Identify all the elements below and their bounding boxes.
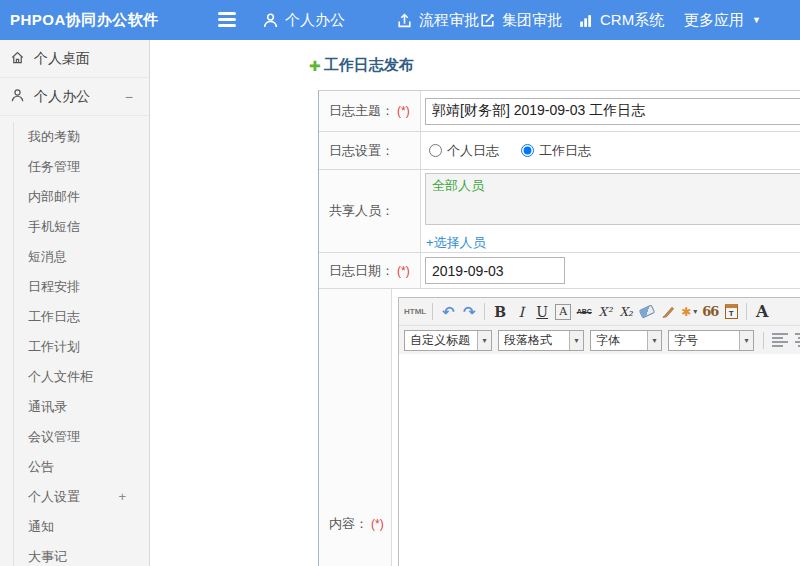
sidebar-item-work-plan[interactable]: 工作计划 <box>14 332 149 362</box>
collapse-minus-icon[interactable]: − <box>125 89 133 105</box>
format-painter-button[interactable] <box>659 301 677 323</box>
sidebar-item-personal-office[interactable]: 个人办公 − <box>0 78 149 116</box>
sidebar-item-personal-files[interactable]: 个人文件柜 <box>14 362 149 392</box>
caret-down-icon: ▾ <box>569 331 583 350</box>
app-window: PHPOA协同办公软件 个人办公 流程审批 <box>0 0 800 566</box>
caret-down-icon: ▾ <box>477 331 491 350</box>
form-row-share: 共享人员： 全部人员 +选择人员 <box>319 170 800 253</box>
editor-toolbar-row2: 自定义标题 ▾ 段落格式 ▾ 字体 ▾ 字号 ▾ <box>399 326 800 354</box>
subscript-button[interactable]: X₂ <box>617 301 635 323</box>
editor-content-area[interactable] <box>399 354 800 566</box>
nav-label: 流程审批 <box>419 11 479 30</box>
nav-more-apps[interactable]: 更多应用 ▼ <box>684 0 761 40</box>
top-navigation-bar: PHPOA协同办公软件 个人办公 流程审批 <box>0 0 800 40</box>
underline-button[interactable]: U <box>533 301 551 323</box>
source-code-button[interactable]: HTML <box>404 301 426 323</box>
date-input[interactable] <box>425 257 565 284</box>
sidebar-item-short-message[interactable]: 短消息 <box>14 242 149 272</box>
sidebar-item-personal-settings[interactable]: 个人设置 + <box>14 482 149 512</box>
required-mark: (*) <box>371 517 384 531</box>
font-family-dropdown[interactable]: 字体 ▾ <box>590 330 662 351</box>
caret-down-icon: ▾ <box>739 331 753 350</box>
sidebar-item-schedule[interactable]: 日程安排 <box>14 272 149 302</box>
app-brand: PHPOA协同办公软件 <box>10 0 159 40</box>
sidebar-item-personal-desktop[interactable]: 个人桌面 <box>0 40 149 78</box>
form-row-log-type: 日志设置： 个人日志 工作日志 <box>319 132 800 170</box>
edit-square-icon <box>479 12 496 29</box>
form-row-content: 内容：(*) HTML ↶ ↷ B I U A ABC X² <box>319 289 800 566</box>
undo-icon[interactable]: ↶ <box>439 301 457 323</box>
sidebar-item-work-log[interactable]: 工作日志 <box>14 302 149 332</box>
user-icon <box>10 88 25 106</box>
menu-toggle-icon[interactable] <box>218 12 236 27</box>
strikethrough-button[interactable]: ABC <box>575 301 593 323</box>
nav-personal-office[interactable]: 个人办公 <box>262 0 345 40</box>
sidebar-item-internal-mail[interactable]: 内部邮件 <box>14 182 149 212</box>
nav-crm-system[interactable]: CRM系统 <box>577 0 664 40</box>
paste-as-text-button[interactable]: T <box>722 301 740 323</box>
flow-approval-icon <box>396 12 413 29</box>
page-title-text: 工作日志发布 <box>324 56 414 75</box>
sidebar-item-meeting-management[interactable]: 会议管理 <box>14 422 149 452</box>
editor-toolbar-row1: HTML ↶ ↷ B I U A ABC X² X₂ <box>399 298 800 326</box>
sidebar-item-notice[interactable]: 通知 <box>14 512 149 542</box>
home-icon <box>10 50 25 68</box>
user-icon <box>262 12 279 29</box>
sidebar-item-task-management[interactable]: 任务管理 <box>14 152 149 182</box>
caret-down-icon: ▾ <box>693 307 697 316</box>
nav-label: 更多应用 <box>684 11 744 30</box>
font-size-dropdown[interactable]: 字号 ▾ <box>668 330 754 351</box>
align-left-icon[interactable] <box>770 331 790 349</box>
nav-label: 集团审批 <box>502 11 562 30</box>
sidebar-item-milestones[interactable]: 大事记 <box>14 542 149 566</box>
share-label: 共享人员： <box>319 170 421 252</box>
caret-down-icon: ▼ <box>752 15 761 25</box>
sidebar-item-label: 个人桌面 <box>34 50 90 68</box>
remove-format-button[interactable] <box>638 301 656 323</box>
required-mark: (*) <box>397 104 410 118</box>
nav-group-approval[interactable]: 集团审批 <box>479 0 562 40</box>
quick-format-button[interactable]: ✱▾ <box>680 301 698 323</box>
work-log-radio[interactable] <box>521 144 534 157</box>
eraser-icon <box>639 304 655 318</box>
caret-down-icon: ▾ <box>647 331 661 350</box>
sidebar-submenu: 我的考勤 任务管理 内部邮件 手机短信 短消息 日程安排 工作日志 工作计划 个… <box>13 122 149 566</box>
font-size-button[interactable]: A <box>753 301 771 323</box>
sidebar-item-label: 个人设置 <box>28 489 80 504</box>
page-title: ✚ 工作日志发布 <box>309 56 414 75</box>
select-people-link[interactable]: +选择人员 <box>426 234 486 252</box>
radio-work-log[interactable]: 工作日志 <box>521 142 591 160</box>
nav-label: CRM系统 <box>600 11 664 30</box>
nav-label: 个人办公 <box>285 11 345 30</box>
bar-chart-icon <box>577 12 594 29</box>
personal-log-radio[interactable] <box>429 144 442 157</box>
font-color-button[interactable]: A <box>555 304 571 320</box>
sidebar-item-my-attendance[interactable]: 我的考勤 <box>14 122 149 152</box>
expand-plus-icon[interactable]: + <box>118 482 126 512</box>
sidebar-item-label: 个人办公 <box>34 88 90 106</box>
sidebar-item-announcement[interactable]: 公告 <box>14 452 149 482</box>
blockquote-button[interactable]: 66 <box>701 301 719 323</box>
subject-input[interactable] <box>425 98 800 125</box>
italic-button[interactable]: I <box>512 301 530 323</box>
align-center-icon[interactable] <box>793 331 800 349</box>
rich-text-editor: HTML ↶ ↷ B I U A ABC X² X₂ <box>398 297 800 566</box>
sidebar-item-sms[interactable]: 手机短信 <box>14 212 149 242</box>
required-mark: (*) <box>397 264 410 278</box>
redo-icon[interactable]: ↷ <box>460 301 478 323</box>
clipboard-icon: T <box>725 304 738 319</box>
radio-personal-log[interactable]: 个人日志 <box>429 142 499 160</box>
work-log-form: 日志主题：(*) 日志设置： 个人日志 工作日志 <box>318 90 800 566</box>
shared-people-box[interactable]: 全部人员 <box>425 173 800 225</box>
green-plus-icon: ✚ <box>309 58 321 74</box>
paragraph-format-dropdown[interactable]: 段落格式 ▾ <box>498 330 584 351</box>
nav-flow-approval[interactable]: 流程审批 <box>396 0 479 40</box>
form-row-date: 日志日期：(*) <box>319 253 800 289</box>
sidebar-item-contacts[interactable]: 通讯录 <box>14 392 149 422</box>
custom-heading-dropdown[interactable]: 自定义标题 ▾ <box>404 330 492 351</box>
bold-button[interactable]: B <box>491 301 509 323</box>
log-type-label: 日志设置： <box>319 132 421 169</box>
superscript-button[interactable]: X² <box>596 301 614 323</box>
form-row-subject: 日志主题：(*) <box>319 91 800 132</box>
subject-label: 日志主题：(*) <box>319 91 421 131</box>
